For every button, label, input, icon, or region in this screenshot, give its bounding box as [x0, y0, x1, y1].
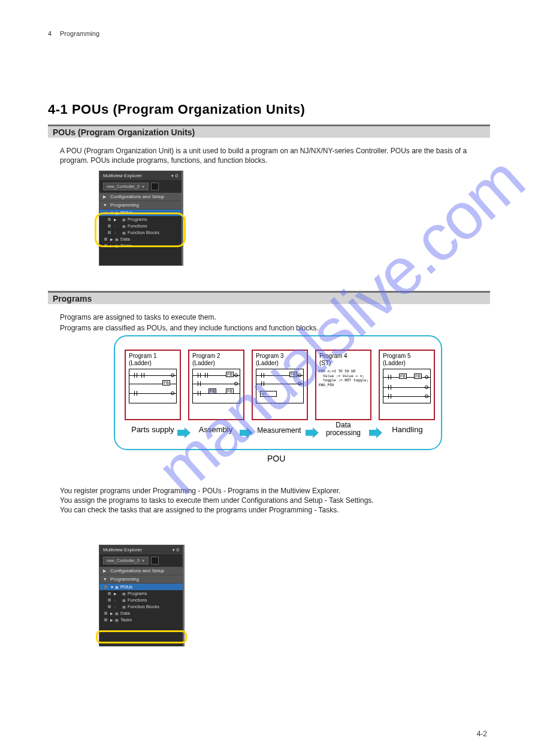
explorer1-data-label: Data	[120, 236, 130, 242]
explorer2-function-blocks[interactable]: ∟ ▦ Function Blocks	[99, 603, 183, 610]
tree-marker-icon	[108, 599, 111, 602]
tree-marker-icon	[108, 592, 111, 595]
explorer1-programs-label: Programs	[128, 217, 147, 222]
heading-pous-label: POUs (Program Organization Units)	[53, 127, 195, 137]
folder-icon: ▦	[115, 211, 119, 215]
svg-marker-0	[177, 427, 191, 438]
program-1-title: Program 1(Ladder)	[126, 351, 180, 368]
ladder-diagram-icon: FB ST	[256, 369, 304, 403]
tree-arrow-icon: ▶	[103, 195, 106, 199]
tree-leaf-icon: ∟	[114, 599, 117, 602]
item-icon: ▦	[122, 224, 126, 228]
explorer1-programs[interactable]: ▶ ▦ Programs	[99, 216, 182, 223]
folder-icon: ▦	[115, 585, 119, 589]
explorer2-title: Multiview Explorer	[103, 547, 142, 552]
tree-marker-icon	[104, 238, 107, 241]
item-icon: ▦	[122, 591, 126, 596]
program-3-title: Program 3(Ladder)	[253, 351, 307, 368]
step-assembly: Assembly	[192, 425, 240, 434]
tree-arrow-icon: ▶	[114, 217, 117, 221]
explorer2-config-setup[interactable]: ▶ Configurations and Setup	[99, 567, 183, 575]
diagram-frame: Program 1(Ladder) FB Program 2(Ladder) F…	[114, 335, 442, 450]
header-text: Programming	[60, 30, 99, 37]
tree-arrow-icon: ▼	[110, 585, 114, 589]
explorer1-programming-label: Programming	[110, 202, 139, 208]
tree-marker-icon	[108, 224, 111, 227]
tree-arrow-icon: ▶	[103, 569, 106, 573]
explorer2-device-name: new_Controller_0	[107, 558, 140, 563]
explorer2-device-dropdown[interactable]: new_Controller_0 ▼	[103, 557, 149, 564]
program-4-title: Program 4(ST)	[316, 351, 370, 368]
tree-arrow-icon: ▼	[103, 577, 107, 581]
explorer1-function-blocks[interactable]: ∟ ▦ Function Blocks	[99, 229, 182, 236]
svg-marker-3	[369, 427, 382, 438]
svg-marker-2	[306, 427, 319, 438]
arrow-right-icon	[306, 427, 319, 438]
section-title: 4-1 POUs (Program Organization Units)	[48, 102, 305, 117]
explorer1-config-label: Configurations and Setup	[110, 194, 164, 199]
explorer2-data[interactable]: ▶ ▦ Data	[99, 610, 183, 617]
heading-pous: POUs (Program Organization Units)	[48, 125, 490, 138]
explorer2-functions[interactable]: ∟ ▦ Functions	[99, 597, 183, 603]
chevron-down-icon: ▼	[141, 185, 145, 189]
tree-marker-icon	[108, 218, 111, 221]
explorer2-pous[interactable]: ▼ ▦ POUs	[99, 584, 183, 590]
page-number: 4-2	[477, 730, 487, 738]
tree-leaf-icon: ∟	[114, 231, 117, 235]
item-icon: ▦	[122, 217, 126, 221]
explorer2-programming-label: Programming	[110, 576, 139, 582]
explorer2-data-label: Data	[120, 611, 130, 616]
explorer2-titlebar: Multiview Explorer ▾ 0	[99, 545, 183, 554]
folder-icon: ▦	[115, 611, 119, 615]
program-box-2: Program 2(Ladder) FB FB FB	[188, 350, 244, 420]
explorer2-config-label: Configurations and Setup	[110, 568, 164, 573]
explorer2-programming[interactable]: ▼ Programming	[99, 575, 183, 584]
tree-marker-icon	[108, 231, 111, 234]
step-handling: Handling	[383, 425, 431, 434]
arrow-right-icon	[369, 427, 382, 438]
explorer1-square-icon[interactable]	[151, 183, 159, 190]
explorer1-config-setup[interactable]: ▶ Configurations and Setup	[99, 193, 182, 201]
tree-marker-icon	[104, 612, 107, 615]
folder-icon: ▦	[115, 618, 119, 622]
explorer1-data[interactable]: ▶ ▦ Data	[99, 236, 182, 242]
explorer2-tasks-label: Tasks	[120, 617, 132, 623]
folder-icon: ▦	[115, 237, 119, 241]
explorer1-device-dropdown[interactable]: new_Controller_0 ▼	[103, 183, 149, 190]
tree-leaf-icon: ∟	[114, 224, 117, 228]
explorer1-tasks[interactable]: ▶ ▦ Tasks	[99, 242, 182, 249]
header-number: 4	[48, 30, 52, 37]
explorer2-fb-label: Function Blocks	[128, 604, 159, 609]
heading-programs-label: Programs	[53, 294, 92, 303]
explorer1-title: Multiview Explorer	[103, 173, 142, 178]
explorer2-programs-label: Programs	[128, 591, 147, 596]
tree-arrow-icon: ▶	[110, 611, 113, 615]
program-box-3: Program 3(Ladder) FB ST	[252, 350, 308, 420]
program-box-1: Program 1(Ladder) FB	[125, 350, 181, 420]
explorer1-fb-label: Function Blocks	[128, 230, 159, 235]
program-2-title: Program 2(Ladder)	[189, 351, 243, 368]
tree-marker-icon	[104, 618, 107, 621]
body-programs-b: Programs are classified as POUs, and the…	[60, 323, 479, 333]
explorer1-badge: 0	[176, 173, 178, 178]
explorer2-tasks[interactable]: ▶ ▦ Tasks	[99, 617, 183, 623]
explorer2-programs[interactable]: ▶ ▦ Programs	[99, 590, 183, 597]
folder-icon: ▦	[115, 244, 119, 248]
tree-arrow-icon: ▶	[110, 618, 113, 622]
st-code: FOR n:=3 TO 50 DO Value := Value + n; to…	[316, 368, 370, 388]
item-icon: ▦	[122, 605, 126, 609]
tree-marker-icon	[104, 244, 107, 247]
body-programs-register: You register programs under Programming …	[60, 486, 479, 515]
pou-label: POU	[267, 454, 285, 463]
svg-marker-1	[240, 427, 253, 438]
program-box-4: Program 4(ST) FOR n:=3 TO 50 DO Value :=…	[315, 350, 371, 420]
explorer1-pous[interactable]: ▼ ▦ POUs	[99, 210, 182, 216]
explorer1-functions-label: Functions	[128, 223, 147, 229]
tree-marker-icon	[104, 585, 107, 588]
explorer1-functions[interactable]: ∟ ▦ Functions	[99, 223, 182, 229]
body-pous: A POU (Program Organization Unit) is a u…	[60, 146, 479, 165]
explorer1-programming[interactable]: ▼ Programming	[99, 201, 182, 210]
explorer2-badge: 0	[177, 547, 179, 552]
explorer2-square-icon[interactable]	[151, 557, 159, 564]
explorer2-device-line: new_Controller_0 ▼	[99, 554, 183, 567]
